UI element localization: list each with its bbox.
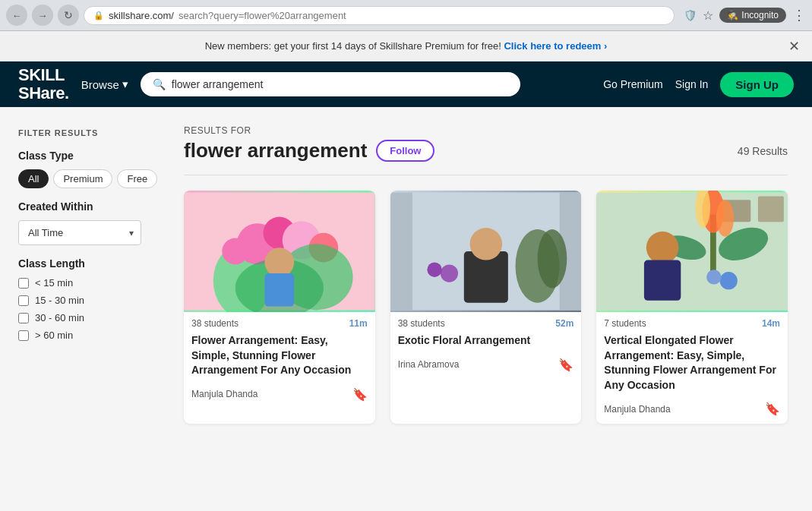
card-1-meta: 38 students 11m xyxy=(184,312,375,332)
sign-in-button[interactable]: Sign In xyxy=(675,78,709,90)
created-within-dropdown[interactable]: All Time This Week This Month This Year … xyxy=(18,220,141,245)
results-query: flower arrangement xyxy=(184,139,367,162)
card-2-meta: 38 students 52m xyxy=(390,312,582,332)
filter-title: FILTER RESULTS xyxy=(18,128,141,137)
cards-grid: 38 students 11m Flower Arrangement: Easy… xyxy=(184,191,788,424)
created-within-select[interactable]: All Time This Week This Month This Year xyxy=(18,220,141,245)
main-container: FILTER RESULTS Class Type All Premium Fr… xyxy=(0,107,812,504)
class-type-premium[interactable]: Premium xyxy=(53,169,112,188)
length-30-60-checkbox[interactable] xyxy=(18,313,29,323)
url-query: search?query=flower%20arrangement xyxy=(179,10,346,21)
svg-point-9 xyxy=(264,248,294,277)
browser-chrome: ← → ↻ 🔒 skillshare.com/search?query=flow… xyxy=(0,0,812,31)
card-1-footer: Manjula Dhanda 🔖 xyxy=(184,384,375,409)
card-2-title: Exotic Floral Arrangement xyxy=(390,332,582,355)
svg-rect-34 xyxy=(644,260,681,301)
class-length-label: Class Length xyxy=(18,257,141,270)
card-3-title: Vertical Elongated Flower Arrangement: E… xyxy=(596,332,788,399)
svg-point-27 xyxy=(716,200,734,236)
card-3-author: Manjula Dhanda xyxy=(604,404,670,415)
card-2-duration: 52m xyxy=(555,318,573,329)
incognito-icon: 🕵️ xyxy=(727,10,738,21)
star-icon[interactable]: ☆ xyxy=(703,8,713,23)
promo-link[interactable]: Click here to redeem › xyxy=(504,40,607,52)
svg-point-6 xyxy=(222,238,248,265)
browse-chevron-icon: ▾ xyxy=(122,77,128,91)
length-15-30-checkbox[interactable] xyxy=(18,295,29,306)
card-thumb-1 xyxy=(184,191,375,312)
length-15-30-label: 15 - 30 min xyxy=(35,295,84,306)
length-gt60-checkbox[interactable] xyxy=(18,330,29,341)
card-thumb-2 xyxy=(390,191,582,312)
results-header: flower arrangement Follow 49 Results xyxy=(184,139,788,175)
svg-point-31 xyxy=(720,272,738,289)
results-area: RESULTS FOR flower arrangement Follow 49… xyxy=(160,107,812,504)
card-1-author: Manjula Dhanda xyxy=(191,389,258,399)
length-lt15-label: < 15 min xyxy=(35,277,73,289)
search-bar: 🔍 xyxy=(141,72,520,96)
go-premium-button[interactable]: Go Premium xyxy=(603,78,663,90)
svg-rect-10 xyxy=(264,273,294,307)
logo-line1: SKILL xyxy=(18,66,69,84)
search-input[interactable] xyxy=(172,78,508,90)
card-thumb-3 xyxy=(596,191,788,312)
course-card-2[interactable]: 38 students 52m Exotic Floral Arrangemen… xyxy=(390,191,582,424)
back-button[interactable]: ← xyxy=(6,5,27,26)
promo-banner: New members: get your first 14 days of S… xyxy=(0,31,812,62)
svg-point-20 xyxy=(427,263,441,277)
sign-up-button[interactable]: Sign Up xyxy=(720,72,794,97)
svg-point-32 xyxy=(707,270,722,284)
card-2-bookmark-icon[interactable]: 🔖 xyxy=(558,358,573,372)
card-3-meta: 7 students 14m xyxy=(596,312,788,332)
svg-point-33 xyxy=(646,232,679,264)
forward-button[interactable]: → xyxy=(32,5,53,26)
card-2-footer: Irina Abramova 🔖 xyxy=(390,355,582,380)
created-within-label: Created Within xyxy=(18,200,141,213)
incognito-label: Incognito xyxy=(741,10,779,21)
card-1-bookmark-icon[interactable]: 🔖 xyxy=(352,387,368,402)
reload-button[interactable]: ↻ xyxy=(58,5,79,26)
shield-icon: 🛡️ xyxy=(684,9,697,21)
promo-close-button[interactable]: ✕ xyxy=(788,38,800,55)
header-right: Go Premium Sign In Sign Up xyxy=(603,72,794,97)
class-type-label: Class Type xyxy=(18,150,141,162)
browse-button[interactable]: Browse ▾ xyxy=(81,77,128,91)
card-2-students: 38 students xyxy=(398,318,445,329)
search-icon: 🔍 xyxy=(153,78,166,90)
length-lt15-item[interactable]: < 15 min xyxy=(18,277,141,289)
length-30-60-item[interactable]: 30 - 60 min xyxy=(18,312,141,323)
class-type-free[interactable]: Free xyxy=(117,169,157,188)
length-gt60-label: > 60 min xyxy=(35,330,73,341)
card-1-duration: 11m xyxy=(349,318,368,329)
svg-point-19 xyxy=(440,264,457,282)
length-30-60-label: 30 - 60 min xyxy=(35,312,84,323)
length-lt15-checkbox[interactable] xyxy=(18,278,29,289)
card-3-students: 7 students xyxy=(604,318,646,329)
site-header: SKILL SHare. Browse ▾ 🔍 Go Premium Sign … xyxy=(0,62,812,107)
card-1-title: Flower Arrangement: Easy, Simple, Stunni… xyxy=(184,332,375,384)
class-type-buttons: All Premium Free xyxy=(18,169,141,188)
class-type-all[interactable]: All xyxy=(18,169,49,188)
lock-icon: 🔒 xyxy=(93,11,104,21)
svg-point-16 xyxy=(537,229,567,288)
card-2-author: Irina Abramova xyxy=(398,359,460,370)
length-gt60-item[interactable]: > 60 min xyxy=(18,330,141,341)
logo-line2: SHare. xyxy=(18,84,69,103)
url-base: skillshare.com/ xyxy=(109,10,174,21)
results-count: 49 Results xyxy=(738,145,788,157)
address-bar[interactable]: 🔒 skillshare.com/search?query=flower%20a… xyxy=(84,6,675,25)
course-card-3[interactable]: 7 students 14m Vertical Elongated Flower… xyxy=(596,191,788,424)
browse-label: Browse xyxy=(81,78,119,91)
promo-text: New members: get your first 14 days of S… xyxy=(205,40,501,52)
card-3-duration: 14m xyxy=(762,318,780,329)
incognito-button[interactable]: 🕵️ Incognito xyxy=(719,8,786,23)
sidebar: FILTER RESULTS Class Type All Premium Fr… xyxy=(0,107,160,504)
more-menu-icon[interactable]: ⋮ xyxy=(792,7,806,24)
course-card-1[interactable]: 38 students 11m Flower Arrangement: Easy… xyxy=(184,191,375,424)
browser-right-controls: 🛡️ ☆ 🕵️ Incognito ⋮ xyxy=(684,7,806,24)
svg-point-18 xyxy=(469,228,502,260)
card-3-bookmark-icon[interactable]: 🔖 xyxy=(765,402,780,416)
class-length-checkboxes: < 15 min 15 - 30 min 30 - 60 min > 60 mi… xyxy=(18,277,141,341)
follow-button[interactable]: Follow xyxy=(376,140,434,162)
length-15-30-item[interactable]: 15 - 30 min xyxy=(18,295,141,306)
